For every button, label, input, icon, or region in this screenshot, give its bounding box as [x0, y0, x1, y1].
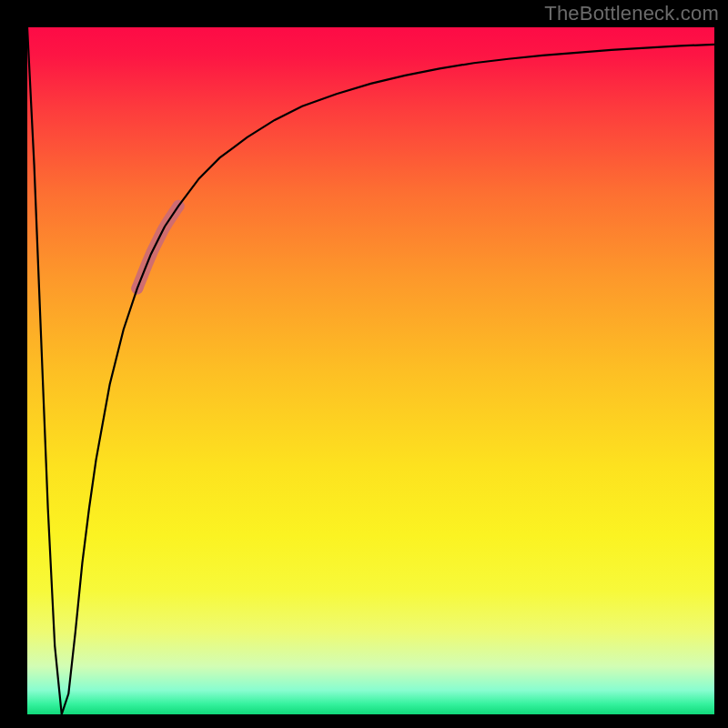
watermark-text: TheBottleneck.com: [544, 2, 719, 25]
plot-area: [27, 27, 714, 714]
chart-frame: TheBottleneck.com: [0, 0, 728, 728]
highlight-segment: [137, 206, 178, 288]
bottleneck-curve: [27, 27, 714, 714]
curve-svg: [27, 27, 714, 714]
